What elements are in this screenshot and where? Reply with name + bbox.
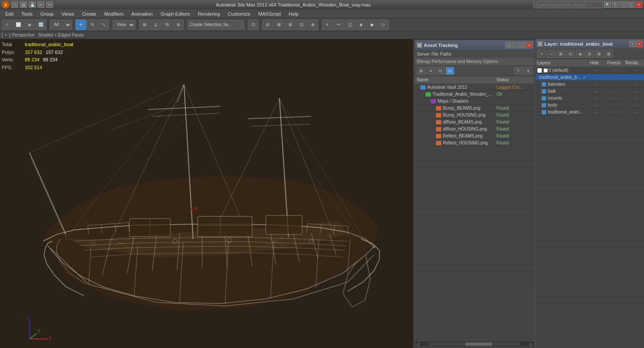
menu-views[interactable]: Views: [58, 10, 77, 17]
menu-rendering[interactable]: Rendering: [195, 10, 224, 17]
search-input[interactable]: [533, 1, 603, 8]
at-btn-2[interactable]: ≡: [426, 67, 435, 75]
tb-save-btn[interactable]: 💾: [29, 2, 36, 8]
lp-row-boat[interactable]: traditional_arabic_b... ✓ — — —: [536, 74, 644, 81]
align-view-btn[interactable]: ⊞: [285, 20, 295, 30]
at-row-tex2[interactable]: diffuse_BEAMS.png Found: [415, 119, 534, 126]
at-maximize[interactable]: □: [519, 42, 525, 48]
menu-create[interactable]: Create: [78, 10, 100, 17]
quick-render-btn[interactable]: ▷: [379, 20, 389, 30]
coord-system-dropdown[interactable]: View: [113, 20, 135, 30]
schematic-view-btn[interactable]: ◫: [345, 20, 355, 30]
spacing-btn[interactable]: ⊡: [296, 20, 307, 30]
selection-filter-dropdown[interactable]: All: [50, 20, 72, 30]
at-row-tex4[interactable]: Reflect_BEAMS.png Found: [415, 133, 534, 140]
select-btn[interactable]: ⊹: [2, 20, 12, 30]
at-btn-info[interactable]: ℹ: [523, 67, 532, 75]
lp-list-content[interactable]: 0 (default) — — — traditional_arabic_b..…: [536, 67, 644, 348]
menu-tools[interactable]: Tools: [18, 10, 36, 17]
at-row-tex1[interactable]: Bump_HOUSING.png Found: [415, 112, 534, 119]
at-row-boat[interactable]: Traditional_Arabic_Wooden_... Ok: [415, 91, 534, 98]
at-menu-server[interactable]: Server: [417, 52, 429, 57]
lp-close[interactable]: ✕: [636, 41, 642, 47]
lp-row-default[interactable]: 0 (default) — — —: [536, 67, 644, 74]
select-by-name-btn[interactable]: 🔡: [36, 20, 46, 30]
select-filter-btn[interactable]: ◈: [24, 20, 35, 30]
menu-graph-editors[interactable]: Graph Editors: [157, 10, 194, 17]
viewport-bracket-close[interactable]: ]: [9, 33, 10, 37]
menu-help[interactable]: Help: [285, 10, 302, 17]
angle-snap-btn[interactable]: ∠: [151, 20, 161, 30]
at-list-content[interactable]: Autodesk Vault 2012 Logged Out ... Tradi…: [415, 84, 534, 341]
move-btn[interactable]: ✛: [76, 20, 86, 30]
at-scroll-thumb[interactable]: [466, 342, 492, 346]
spinner-snap-btn[interactable]: ⊛: [173, 20, 184, 30]
viewport-perspective[interactable]: Perspective: [12, 33, 34, 37]
lp-row-balusters[interactable]: balusters — — —: [536, 81, 644, 88]
at-menu-file[interactable]: File: [431, 52, 438, 57]
snap-btn[interactable]: ⊞: [139, 20, 150, 30]
clone-btn[interactable]: ⊗: [308, 20, 318, 30]
lp-help[interactable]: ?: [629, 41, 635, 47]
lp-row-mounts[interactable]: mounts — — —: [536, 95, 644, 102]
search-btn[interactable]: 🔍: [604, 2, 611, 8]
menu-modifiers[interactable]: Modifiers: [101, 10, 127, 17]
help-btn[interactable]: ?: [612, 2, 619, 8]
lp-btn-add-sel[interactable]: ⊞: [557, 50, 565, 58]
close-btn[interactable]: ✕: [635, 2, 642, 8]
at-scroll-right[interactable]: ▷: [529, 342, 534, 347]
lp-btn-new[interactable]: +: [537, 50, 546, 58]
at-btn-1[interactable]: ⊞: [417, 67, 426, 75]
at-row-tex3[interactable]: diffuse_HOUSING.png Found: [415, 126, 534, 133]
menu-customize[interactable]: Customize: [225, 10, 254, 17]
at-close[interactable]: ✕: [526, 42, 532, 48]
menu-group[interactable]: Group: [37, 10, 57, 17]
at-menu-paths[interactable]: Paths: [440, 52, 452, 57]
maximize-btn[interactable]: □: [627, 2, 634, 8]
at-row-tex0[interactable]: Bump_BEAMS.png Found: [415, 105, 534, 112]
scale-btn[interactable]: ⤡: [98, 20, 109, 30]
tb-redo-btn[interactable]: ↪: [46, 2, 53, 8]
viewport[interactable]: Total traditional_arabic_boat Polys: 157…: [0, 39, 413, 348]
lp-row-body[interactable]: body — — —: [536, 102, 644, 109]
at-row-vault[interactable]: Autodesk Vault 2012 Logged Out ...: [415, 84, 534, 91]
lp-btn-delete[interactable]: −: [547, 50, 556, 58]
at-minimize[interactable]: –: [512, 42, 518, 48]
menu-edit[interactable]: Edit: [2, 10, 17, 17]
menu-maxscript[interactable]: MAXScript: [255, 10, 285, 17]
lp-row-balk[interactable]: balk — — —: [536, 88, 644, 95]
lp-btn-highlight[interactable]: ◈: [576, 50, 584, 58]
percent-snap-btn[interactable]: %: [162, 20, 172, 30]
tb-open-btn[interactable]: ▤: [20, 2, 27, 8]
render-scene-btn[interactable]: ▶: [367, 20, 378, 30]
at-arrow-back[interactable]: ◁: [505, 42, 511, 48]
at-row-tex5[interactable]: Reflect_HOUSING.png Found: [415, 140, 534, 147]
viewport-plus[interactable]: +: [5, 33, 7, 37]
at-btn-help[interactable]: ?: [514, 67, 523, 75]
at-row-maps[interactable]: Maps / Shaders: [415, 98, 534, 105]
menu-animation[interactable]: Animation: [128, 10, 156, 17]
material-editor-btn[interactable]: ◈: [356, 20, 366, 30]
tb-new-btn[interactable]: □: [11, 2, 18, 8]
layer-mgr-btn[interactable]: ≡: [322, 20, 332, 30]
at-btn-3[interactable]: ⊡: [436, 67, 445, 75]
rotate-btn[interactable]: ↻: [87, 20, 97, 30]
lp-btn-6[interactable]: ⊞: [595, 50, 604, 58]
selection-input[interactable]: [188, 20, 244, 30]
lp-checkbox-default[interactable]: [543, 68, 548, 73]
curve-editor-btn[interactable]: 〜: [333, 20, 344, 30]
at-scroll-left[interactable]: ◁: [415, 342, 420, 347]
tb-undo-btn[interactable]: ↩: [37, 2, 44, 8]
lp-btn-7[interactable]: ⊠: [604, 50, 613, 58]
viewport-shading[interactable]: Shaded + Edged Faces: [38, 33, 84, 37]
lp-row-traditional[interactable]: traditional_arabi... — — —: [536, 109, 644, 116]
mirror-btn[interactable]: ⊟: [262, 20, 273, 30]
minimize-btn[interactable]: –: [620, 2, 627, 8]
lp-btn-select[interactable]: ⊡: [566, 50, 575, 58]
align-btn[interactable]: ⊠: [274, 20, 284, 30]
at-btn-4[interactable]: ⊟: [446, 67, 454, 75]
viewport-bracket-open[interactable]: [: [2, 33, 3, 37]
named-sel-btn[interactable]: ⊡: [248, 20, 258, 30]
at-scrollbar[interactable]: ◁ ▷: [415, 341, 534, 347]
lp-btn-5[interactable]: ⊟: [585, 50, 594, 58]
